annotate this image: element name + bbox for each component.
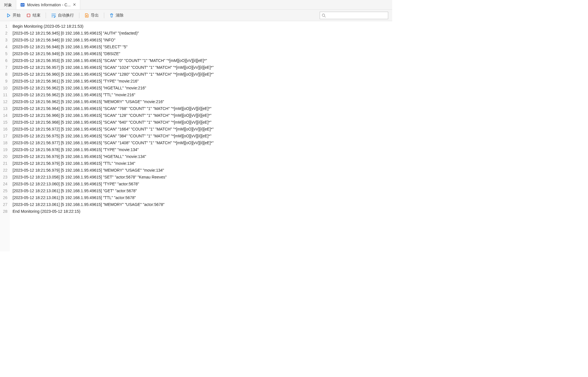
line-number: 1 xyxy=(2,23,7,30)
line-number: 21 xyxy=(2,160,7,167)
log-line: [2023-05-12 18:21:56.975] [5 192.168.1.9… xyxy=(13,133,214,139)
line-number: 27 xyxy=(2,201,7,208)
log-line: [2023-05-12 18:21:56.979] [5 192.168.1.9… xyxy=(13,153,214,160)
line-number: 24 xyxy=(2,181,7,187)
trash-icon xyxy=(109,13,114,18)
log-line: [2023-05-12 18:22:13.061] [5 192.168.1.9… xyxy=(13,194,214,201)
log-line: [2023-05-12 18:21:56.962] [5 192.168.1.9… xyxy=(13,98,214,105)
line-number: 23 xyxy=(2,174,7,181)
code-icon xyxy=(20,3,25,7)
line-number: 12 xyxy=(2,98,7,105)
line-number: 9 xyxy=(2,78,7,85)
log-line: [2023-05-12 18:21:56.960] [5 192.168.1.9… xyxy=(13,71,214,78)
button-label: 结束 xyxy=(33,13,41,18)
tab-bar: 对象 Movies Information - C... × xyxy=(0,0,392,10)
tab-label: Movies Information - C... xyxy=(27,3,71,7)
log-line: [2023-05-12 18:21:56.945] [0 192.168.1.9… xyxy=(13,30,214,37)
line-number: 8 xyxy=(2,71,7,78)
line-number: 5 xyxy=(2,50,7,57)
log-line: [2023-05-12 18:21:56.949] [5 192.168.1.9… xyxy=(13,50,214,57)
separator xyxy=(79,13,79,18)
line-number: 10 xyxy=(2,85,7,91)
log-line: Begin Monitoring (2023-05-12 18:21:53) xyxy=(13,23,214,30)
search-input[interactable] xyxy=(327,13,386,17)
log-line: [2023-05-12 18:21:56.978] [5 192.168.1.9… xyxy=(13,146,214,153)
button-label: 清除 xyxy=(116,13,124,18)
log-line: [2023-05-12 18:22:13.061] [5 192.168.1.9… xyxy=(13,187,214,194)
tab-objects[interactable]: 对象 xyxy=(0,0,16,9)
log-line: [2023-05-12 18:21:56.961] [5 192.168.1.9… xyxy=(13,78,214,85)
line-number: 22 xyxy=(2,167,7,174)
close-icon[interactable]: × xyxy=(73,2,76,8)
line-number: 26 xyxy=(2,194,7,201)
button-label: 开始 xyxy=(13,13,21,18)
tab-label: 对象 xyxy=(4,3,12,8)
toolbar: 开始 结束 自动换行 导出 清除 xyxy=(0,10,392,21)
separator xyxy=(104,13,104,18)
stop-button[interactable]: 结束 xyxy=(24,12,43,19)
line-number: 14 xyxy=(2,112,7,119)
line-number: 19 xyxy=(2,146,7,153)
log-line: [2023-05-12 18:22:13.061] [5 192.168.1.9… xyxy=(13,201,214,208)
export-button[interactable]: 导出 xyxy=(82,12,101,19)
log-line: [2023-05-12 18:21:56.957] [5 192.168.1.9… xyxy=(13,64,214,71)
button-label: 自动换行 xyxy=(58,13,74,18)
line-number: 20 xyxy=(2,153,7,160)
line-number: 16 xyxy=(2,126,7,133)
log-line: [2023-05-12 18:21:56.977] [5 192.168.1.9… xyxy=(13,139,214,146)
log-line: End Monitoring (2023-05-12 18:22:15) xyxy=(13,208,214,215)
line-number: 4 xyxy=(2,43,7,50)
log-line: [2023-05-12 18:21:56.948] [5 192.168.1.9… xyxy=(13,43,214,50)
line-number: 15 xyxy=(2,119,7,126)
log-line: [2023-05-12 18:22:13.060] [5 192.168.1.9… xyxy=(13,181,214,187)
log-line: [2023-05-12 18:21:56.962] [5 192.168.1.9… xyxy=(13,91,214,98)
start-button[interactable]: 开始 xyxy=(4,12,23,19)
log-line: [2023-05-12 18:21:56.964] [5 192.168.1.9… xyxy=(13,105,214,112)
export-icon xyxy=(84,13,89,18)
wrap-icon xyxy=(51,13,56,18)
separator xyxy=(46,13,46,18)
line-number: 6 xyxy=(2,57,7,64)
log-area[interactable]: 1234567891011121314151617181920212223242… xyxy=(0,21,392,251)
play-icon xyxy=(6,13,11,18)
log-lines: Begin Monitoring (2023-05-12 18:21:53)[2… xyxy=(10,21,217,251)
search-box[interactable] xyxy=(320,12,388,19)
line-number: 2 xyxy=(2,30,7,37)
svg-rect-1 xyxy=(27,14,30,17)
line-number: 18 xyxy=(2,139,7,146)
line-number: 7 xyxy=(2,64,7,71)
line-number: 28 xyxy=(2,208,7,215)
log-line: [2023-05-12 18:21:56.972] [5 192.168.1.9… xyxy=(13,126,214,133)
line-number: 3 xyxy=(2,37,7,43)
line-number: 25 xyxy=(2,187,7,194)
log-line: [2023-05-12 18:21:56.953] [5 192.168.1.9… xyxy=(13,57,214,64)
log-line: [2023-05-12 18:21:56.979] [5 192.168.1.9… xyxy=(13,160,214,167)
log-line: [2023-05-12 18:21:56.962] [5 192.168.1.9… xyxy=(13,85,214,91)
log-line: [2023-05-12 18:21:56.979] [5 192.168.1.9… xyxy=(13,167,214,174)
stop-icon xyxy=(26,13,31,18)
log-line: [2023-05-12 18:21:56.968] [5 192.168.1.9… xyxy=(13,119,214,126)
search-icon xyxy=(322,13,326,17)
log-line: [2023-05-12 18:22:13.058] [5 192.168.1.9… xyxy=(13,174,214,181)
log-line: [2023-05-12 18:21:56.946] [0 192.168.1.9… xyxy=(13,37,214,43)
line-number: 13 xyxy=(2,105,7,112)
tab-movies-info[interactable]: Movies Information - C... × xyxy=(16,0,80,9)
wrap-button[interactable]: 自动换行 xyxy=(49,12,76,19)
clear-button[interactable]: 清除 xyxy=(107,12,126,19)
line-number: 11 xyxy=(2,91,7,98)
line-gutter: 1234567891011121314151617181920212223242… xyxy=(0,21,10,251)
line-number: 17 xyxy=(2,133,7,139)
button-label: 导出 xyxy=(91,13,99,18)
log-line: [2023-05-12 18:21:56.966] [5 192.168.1.9… xyxy=(13,112,214,119)
